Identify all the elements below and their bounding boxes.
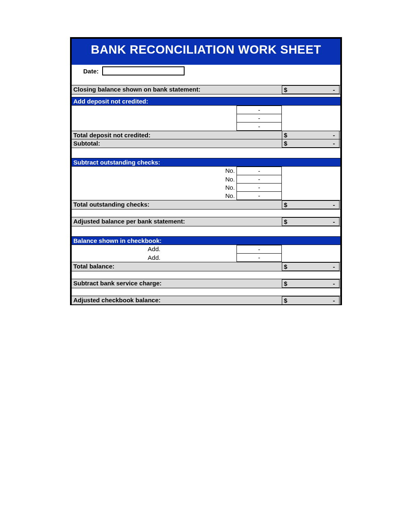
adjusted-bank-amount[interactable]: $ - [282,217,339,226]
date-label: Date: [83,68,99,75]
check-input-4[interactable]: - [236,192,282,200]
add-row-1: Add. - [72,245,340,254]
total-checks-row: Total outstanding checks: $ - [72,200,340,210]
check-row-1: No. - [72,167,340,175]
deposit-row-2: - [72,114,340,122]
title-bar: BANK RECONCILIATION WORK SHEET [72,39,340,62]
adjusted-checkbook-label: Adjusted checkbook balance: [72,296,236,304]
total-balance-label: Total balance: [72,262,236,271]
closing-balance-amount[interactable]: $ - [282,85,339,94]
adjusted-checkbook-amount[interactable]: $ - [282,296,339,304]
section-checkbook-balance: Balance shown in checkbook: [72,236,340,245]
outstanding-checks-label: Subtract outstanding checks: [72,158,236,166]
worksheet: BANK RECONCILIATION WORK SHEET Date: Clo… [70,37,342,305]
check-row-2: No. - [72,175,340,184]
section-add-deposit: Add deposit not credited: [72,97,340,106]
deposit-row-1: - [72,106,340,114]
total-balance-row: Total balance: $ - [72,262,340,271]
adjusted-bank-row: Adjusted balance per bank statement: $ - [72,217,340,226]
total-deposit-amount[interactable]: $ - [282,131,339,139]
add-label: Add. [72,245,236,254]
add-input-2[interactable]: - [236,254,282,262]
service-charge-amount[interactable]: $ - [282,279,339,288]
add-row-2: Add. - [72,254,340,262]
check-row-4: No. - [72,192,340,200]
total-checks-amount[interactable]: $ - [282,200,339,209]
date-row: Date: [72,65,340,78]
service-charge-label: Subtract bank service charge: [72,279,236,288]
total-checks-label: Total outstanding checks: [72,200,236,209]
deposit-input-1[interactable]: - [236,106,282,114]
add-deposit-label: Add deposit not credited: [72,97,236,105]
deposit-input-2[interactable]: - [236,114,282,122]
add-input-1[interactable]: - [236,245,282,254]
subtotal-row: Subtotal: $ - [72,139,340,148]
date-input[interactable] [102,66,185,75]
check-input-3[interactable]: - [236,184,282,192]
check-row-3: No. - [72,184,340,192]
spacer [72,78,340,85]
deposit-input-3[interactable]: - [236,122,282,131]
deposit-row-3: - [72,122,340,131]
checkbook-balance-label: Balance shown in checkbook: [72,237,236,245]
closing-balance-label: Closing balance shown on bank statement: [72,85,236,94]
check-no-label: No. [72,167,236,175]
total-deposit-label: Total deposit not credited: [72,131,236,139]
adjusted-checkbook-row: Adjusted checkbook balance: $ - [72,296,340,304]
subtotal-label: Subtotal: [72,139,236,148]
currency-symbol: $ [284,86,287,93]
title-text: BANK RECONCILIATION WORK SHEET [91,43,321,56]
section-outstanding-checks: Subtract outstanding checks: [72,158,340,167]
check-input-1[interactable]: - [236,167,282,175]
amount-dash: - [333,86,335,93]
adjusted-bank-label: Adjusted balance per bank statement: [72,217,236,226]
service-charge-row: Subtract bank service charge: $ - [72,279,340,288]
total-deposit-row: Total deposit not credited: $ - [72,131,340,139]
total-balance-amount[interactable]: $ - [282,262,339,271]
check-input-2[interactable]: - [236,175,282,184]
subtotal-amount[interactable]: $ - [282,139,339,148]
closing-balance-row: Closing balance shown on bank statement:… [72,85,340,94]
